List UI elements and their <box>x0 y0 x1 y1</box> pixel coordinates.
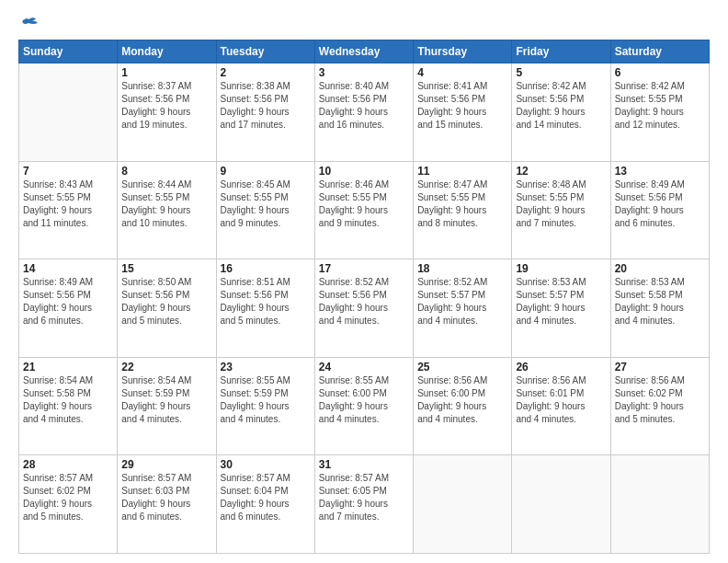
day-info: Sunrise: 8:43 AMSunset: 5:55 PMDaylight:… <box>23 178 113 230</box>
day-cell: 13Sunrise: 8:49 AMSunset: 5:56 PMDayligh… <box>610 161 709 259</box>
day-cell: 9Sunrise: 8:45 AMSunset: 5:55 PMDaylight… <box>216 161 314 259</box>
day-number: 31 <box>319 458 409 471</box>
day-number: 13 <box>615 165 705 178</box>
day-number: 6 <box>615 66 705 79</box>
day-cell: 7Sunrise: 8:43 AMSunset: 5:55 PMDaylight… <box>19 161 118 259</box>
day-cell: 4Sunrise: 8:41 AMSunset: 5:56 PMDaylight… <box>414 63 512 162</box>
day-info: Sunrise: 8:48 AMSunset: 5:55 PMDaylight:… <box>516 178 606 230</box>
day-number: 15 <box>121 262 211 275</box>
day-cell: 18Sunrise: 8:52 AMSunset: 5:57 PMDayligh… <box>414 259 512 358</box>
day-number: 29 <box>121 458 211 471</box>
day-number: 24 <box>319 361 409 373</box>
day-info: Sunrise: 8:57 AMSunset: 6:04 PMDaylight:… <box>221 472 311 523</box>
day-number: 25 <box>417 361 507 373</box>
day-info: Sunrise: 8:51 AMSunset: 5:56 PMDaylight:… <box>221 276 311 327</box>
day-info: Sunrise: 8:53 AMSunset: 5:58 PMDaylight:… <box>615 276 705 327</box>
day-cell: 29Sunrise: 8:57 AMSunset: 6:03 PMDayligh… <box>118 455 216 554</box>
day-number: 26 <box>516 361 606 373</box>
day-cell <box>414 455 512 554</box>
day-cell: 8Sunrise: 8:44 AMSunset: 5:55 PMDaylight… <box>118 161 216 259</box>
week-row-4: 28Sunrise: 8:57 AMSunset: 6:02 PMDayligh… <box>19 455 710 554</box>
day-info: Sunrise: 8:57 AMSunset: 6:05 PMDaylight:… <box>319 472 409 523</box>
day-info: Sunrise: 8:41 AMSunset: 5:56 PMDaylight:… <box>417 80 507 132</box>
day-cell: 12Sunrise: 8:48 AMSunset: 5:55 PMDayligh… <box>512 161 610 259</box>
day-info: Sunrise: 8:47 AMSunset: 5:55 PMDaylight:… <box>417 178 507 230</box>
weekday-tuesday: Tuesday <box>216 40 314 63</box>
day-info: Sunrise: 8:45 AMSunset: 5:55 PMDaylight:… <box>221 178 311 230</box>
day-info: Sunrise: 8:55 AMSunset: 6:00 PMDaylight:… <box>319 374 409 426</box>
weekday-sunday: Sunday <box>19 40 118 63</box>
day-cell: 24Sunrise: 8:55 AMSunset: 6:00 PMDayligh… <box>314 357 413 455</box>
day-info: Sunrise: 8:56 AMSunset: 6:02 PMDaylight:… <box>615 374 705 426</box>
week-row-0: 1Sunrise: 8:37 AMSunset: 5:56 PMDaylight… <box>19 63 710 162</box>
day-number: 23 <box>221 361 311 373</box>
day-cell: 21Sunrise: 8:54 AMSunset: 5:58 PMDayligh… <box>19 357 118 455</box>
day-cell: 26Sunrise: 8:56 AMSunset: 6:01 PMDayligh… <box>512 357 610 455</box>
day-info: Sunrise: 8:49 AMSunset: 5:56 PMDaylight:… <box>615 178 705 230</box>
day-info: Sunrise: 8:46 AMSunset: 5:55 PMDaylight:… <box>319 178 409 230</box>
day-number: 20 <box>615 262 705 275</box>
day-cell: 3Sunrise: 8:40 AMSunset: 5:56 PMDaylight… <box>314 63 413 162</box>
day-info: Sunrise: 8:56 AMSunset: 6:00 PMDaylight:… <box>417 374 507 426</box>
day-number: 27 <box>615 361 705 373</box>
day-number: 28 <box>23 458 113 471</box>
day-cell: 11Sunrise: 8:47 AMSunset: 5:55 PMDayligh… <box>414 161 512 259</box>
day-cell <box>19 63 118 162</box>
day-cell <box>512 455 610 554</box>
day-cell: 5Sunrise: 8:42 AMSunset: 5:56 PMDaylight… <box>512 63 610 162</box>
day-cell: 20Sunrise: 8:53 AMSunset: 5:58 PMDayligh… <box>610 259 709 358</box>
day-number: 9 <box>221 165 311 178</box>
day-number: 8 <box>121 165 211 178</box>
logo-bird-icon <box>19 17 40 30</box>
day-info: Sunrise: 8:40 AMSunset: 5:56 PMDaylight:… <box>319 80 409 132</box>
day-cell: 2Sunrise: 8:38 AMSunset: 5:56 PMDaylight… <box>216 63 314 162</box>
day-number: 16 <box>221 262 311 275</box>
day-info: Sunrise: 8:53 AMSunset: 5:57 PMDaylight:… <box>516 276 606 327</box>
day-number: 4 <box>417 66 507 79</box>
day-info: Sunrise: 8:57 AMSunset: 6:02 PMDaylight:… <box>23 472 113 523</box>
day-number: 14 <box>23 262 113 275</box>
week-row-1: 7Sunrise: 8:43 AMSunset: 5:55 PMDaylight… <box>19 161 710 259</box>
day-number: 18 <box>417 262 507 275</box>
day-number: 5 <box>516 66 606 79</box>
day-cell: 27Sunrise: 8:56 AMSunset: 6:02 PMDayligh… <box>610 357 709 455</box>
day-info: Sunrise: 8:50 AMSunset: 5:56 PMDaylight:… <box>121 276 211 327</box>
day-number: 11 <box>417 165 507 178</box>
day-number: 3 <box>319 66 409 79</box>
day-number: 10 <box>319 165 409 178</box>
day-info: Sunrise: 8:37 AMSunset: 5:56 PMDaylight:… <box>121 80 211 132</box>
day-number: 2 <box>221 66 311 79</box>
day-cell: 14Sunrise: 8:49 AMSunset: 5:56 PMDayligh… <box>19 259 118 358</box>
header <box>18 17 710 30</box>
calendar-table: SundayMondayTuesdayWednesdayThursdayFrid… <box>18 40 710 554</box>
weekday-friday: Friday <box>512 40 610 63</box>
page: SundayMondayTuesdayWednesdayThursdayFrid… <box>0 0 728 563</box>
weekday-wednesday: Wednesday <box>314 40 413 63</box>
day-info: Sunrise: 8:52 AMSunset: 5:56 PMDaylight:… <box>319 276 409 327</box>
day-cell: 10Sunrise: 8:46 AMSunset: 5:55 PMDayligh… <box>314 161 413 259</box>
day-cell: 23Sunrise: 8:55 AMSunset: 5:59 PMDayligh… <box>216 357 314 455</box>
day-number: 19 <box>516 262 606 275</box>
day-info: Sunrise: 8:52 AMSunset: 5:57 PMDaylight:… <box>417 276 507 327</box>
day-cell: 6Sunrise: 8:42 AMSunset: 5:55 PMDaylight… <box>610 63 709 162</box>
week-row-3: 21Sunrise: 8:54 AMSunset: 5:58 PMDayligh… <box>19 357 710 455</box>
day-cell: 16Sunrise: 8:51 AMSunset: 5:56 PMDayligh… <box>216 259 314 358</box>
day-info: Sunrise: 8:44 AMSunset: 5:55 PMDaylight:… <box>121 178 211 230</box>
day-number: 30 <box>221 458 311 471</box>
day-number: 7 <box>23 165 113 178</box>
day-info: Sunrise: 8:49 AMSunset: 5:56 PMDaylight:… <box>23 276 113 327</box>
day-cell: 30Sunrise: 8:57 AMSunset: 6:04 PMDayligh… <box>216 455 314 554</box>
logo <box>18 17 40 30</box>
weekday-header-row: SundayMondayTuesdayWednesdayThursdayFrid… <box>19 40 710 63</box>
day-cell: 31Sunrise: 8:57 AMSunset: 6:05 PMDayligh… <box>314 455 413 554</box>
day-number: 17 <box>319 262 409 275</box>
day-info: Sunrise: 8:54 AMSunset: 5:58 PMDaylight:… <box>23 374 113 426</box>
day-number: 12 <box>516 165 606 178</box>
weekday-saturday: Saturday <box>610 40 709 63</box>
day-info: Sunrise: 8:38 AMSunset: 5:56 PMDaylight:… <box>221 80 311 132</box>
day-cell: 15Sunrise: 8:50 AMSunset: 5:56 PMDayligh… <box>118 259 216 358</box>
day-info: Sunrise: 8:56 AMSunset: 6:01 PMDaylight:… <box>516 374 606 426</box>
day-cell: 1Sunrise: 8:37 AMSunset: 5:56 PMDaylight… <box>118 63 216 162</box>
day-cell <box>610 455 709 554</box>
day-number: 21 <box>23 361 113 373</box>
